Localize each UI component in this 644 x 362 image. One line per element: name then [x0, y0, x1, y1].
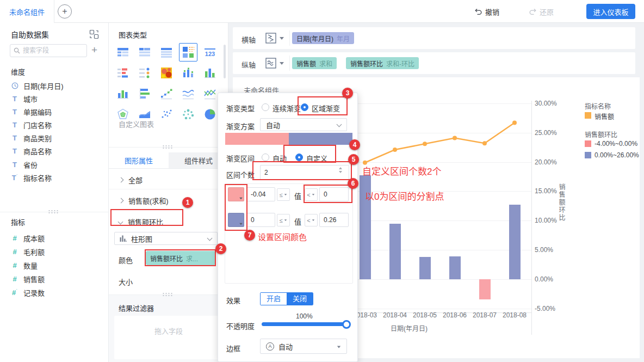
dimension-field-doc-code[interactable]: T单据编码	[0, 105, 109, 118]
interval-count-stepper[interactable]	[339, 167, 342, 173]
chart-type-pie-icon[interactable]	[202, 107, 218, 122]
bar-2018-04[interactable]	[389, 224, 401, 279]
effect-off-button[interactable]: 关闭	[287, 293, 313, 305]
interval1-color-swatch[interactable]	[228, 187, 244, 201]
annotation-note-split-point: 以0为区间的分割点	[365, 189, 444, 203]
search-icon	[14, 47, 20, 54]
chevron-down-icon[interactable]	[280, 62, 284, 65]
x-axis-label: 2018-06	[438, 311, 471, 319]
metric-field-record-count[interactable]: #˙记录数	[0, 286, 109, 299]
metric-field-quantity[interactable]: #数量	[0, 259, 109, 272]
legend-swatch-negative-range[interactable]	[585, 140, 591, 147]
bar-2018-07[interactable]	[479, 279, 491, 299]
radio-regional-gradient[interactable]	[301, 103, 308, 111]
chart-type-heatmap-icon[interactable]	[159, 65, 174, 81]
dimension-field-category[interactable]: T商品类别	[0, 131, 109, 144]
stepper-up-icon[interactable]	[339, 167, 342, 169]
interval1-from-input[interactable]	[246, 187, 275, 201]
interval-count-input[interactable]	[260, 165, 349, 180]
dimension-field-date[interactable]: 日期(年月日)	[0, 79, 109, 92]
chart-type-combo-chart-icon[interactable]	[181, 65, 196, 81]
search-input[interactable]	[23, 47, 82, 54]
gradient-scheme-select[interactable]: 自动	[260, 118, 347, 131]
property-row-sales-mom[interactable]: 销售额环比	[109, 211, 228, 232]
legend-label-positive-range[interactable]: 0.00%~26.00%	[595, 151, 639, 159]
opacity-slider-track[interactable]	[262, 322, 350, 326]
switch-dataset-icon[interactable]	[89, 29, 99, 39]
y-axis-field-pill-sales[interactable]: 销售额 求和	[292, 57, 337, 69]
interval1-op2-select[interactable]: <	[305, 188, 318, 201]
property-row-sales-sum[interactable]: 销售额(求和)	[109, 189, 228, 211]
y-axis-type-icon[interactable]	[265, 57, 277, 69]
chart-type-bubble-icon[interactable]	[181, 107, 196, 122]
series-chart-kind-select[interactable]: 柱形图	[114, 232, 218, 245]
dimension-field-store[interactable]: T门店名称	[0, 118, 109, 131]
legend-swatch-positive-range[interactable]	[585, 152, 591, 158]
dimension-field-metric-name[interactable]: T˙指标名称	[0, 171, 109, 184]
effect-on-button[interactable]: 开启	[261, 293, 287, 305]
chevron-down-icon	[284, 219, 286, 221]
add-field-button[interactable]: +	[91, 44, 97, 56]
config-resize-handle[interactable]	[162, 292, 173, 296]
chart-type-group-table-icon[interactable]	[115, 45, 131, 60]
add-component-button[interactable]: +	[58, 4, 72, 19]
panel-resize-handle[interactable]	[48, 210, 59, 213]
chart-type-curve-chart-icon[interactable]	[181, 86, 196, 101]
dimension-field-province[interactable]: T省份	[0, 158, 109, 171]
radio-auto-interval[interactable]	[262, 154, 269, 161]
config-resize-handle[interactable]	[162, 145, 173, 149]
filter-drop-zone[interactable]: 拖入字段	[114, 316, 223, 359]
annotation-badge-1: 1	[182, 197, 193, 208]
interval2-op1-select[interactable]: ≤	[277, 214, 290, 226]
field-label: 毛利额	[23, 247, 45, 257]
chart-type-value-table-icon[interactable]	[115, 65, 131, 81]
chart-type-custom-chart-icon[interactable]	[181, 45, 196, 60]
chart-type-step-scatter-icon[interactable]	[159, 86, 174, 101]
chart-type-kpi-card-icon[interactable]: 123	[202, 45, 218, 60]
chart-type-target-card-icon[interactable]	[137, 65, 152, 81]
legend-swatch-sales[interactable]	[585, 112, 591, 119]
radio-continuous-gradient[interactable]	[262, 103, 269, 111]
metric-field-sales[interactable]: #销售额	[0, 272, 109, 286]
chart-type-column-chart-icon[interactable]	[202, 65, 218, 81]
chart-type-cross-table-icon[interactable]	[137, 45, 152, 60]
chart-type-scatter-icon[interactable]	[159, 107, 174, 122]
chart-type-scrollbar[interactable]	[224, 45, 226, 78]
chart-type-bar-chart-icon[interactable]	[115, 86, 131, 101]
y-axis-field-pill-sales-mom[interactable]: 销售额环比 求和-环比	[346, 57, 419, 69]
property-row-all[interactable]: 全部	[109, 171, 228, 189]
metric-field-cost[interactable]: #成本额	[0, 231, 109, 245]
radio-custom-interval[interactable]	[295, 154, 303, 161]
interval2-op2-select[interactable]: <	[305, 214, 318, 226]
chart-type-area-line-icon[interactable]	[202, 86, 218, 101]
chart-type-detail-table-icon[interactable]	[159, 45, 174, 60]
dimension-field-product[interactable]: T商品名称	[0, 144, 109, 157]
interval1-op1-select[interactable]: ≤	[277, 188, 290, 201]
component-tab[interactable]: 未命名组件	[0, 0, 54, 23]
interval1-to-input[interactable]	[319, 187, 349, 201]
tab-graphic-properties[interactable]: 图形属性	[109, 152, 169, 169]
redo-button[interactable]: 还原	[529, 7, 554, 17]
bar-2018-06[interactable]	[449, 256, 461, 279]
chevron-down-icon[interactable]	[280, 37, 284, 40]
stepper-down-icon[interactable]	[339, 171, 342, 173]
dimension-field-city[interactable]: T城市	[0, 92, 109, 105]
interval2-color-swatch[interactable]	[228, 213, 244, 227]
interval2-to-input[interactable]	[319, 213, 349, 227]
opacity-slider-handle[interactable]	[342, 320, 351, 329]
text-field-icon: T	[11, 108, 18, 116]
interval2-from-input[interactable]	[246, 213, 275, 227]
legend-label-sales[interactable]: 销售额	[595, 112, 614, 121]
x-axis-field-pill[interactable]: 日期(年月日) 年月	[292, 32, 354, 44]
bar-2018-08[interactable]	[509, 205, 521, 279]
color-field-tag[interactable]: 销售额环比 求...	[146, 251, 215, 265]
bar-2018-05[interactable]	[419, 257, 431, 279]
chart-type-horizontal-bar-icon[interactable]	[137, 86, 152, 101]
legend-label-negative-range[interactable]: -4.00%~0.00%	[595, 140, 637, 148]
x-axis-type-icon[interactable]	[265, 32, 277, 44]
undo-button[interactable]: 撤销	[474, 7, 499, 17]
border-select[interactable]: A 自动	[260, 339, 347, 354]
metric-field-gross-profit[interactable]: #毛利额	[0, 245, 109, 259]
operator-value: ≤	[279, 192, 282, 198]
enter-dashboard-button[interactable]: 进入仪表板	[586, 4, 635, 19]
